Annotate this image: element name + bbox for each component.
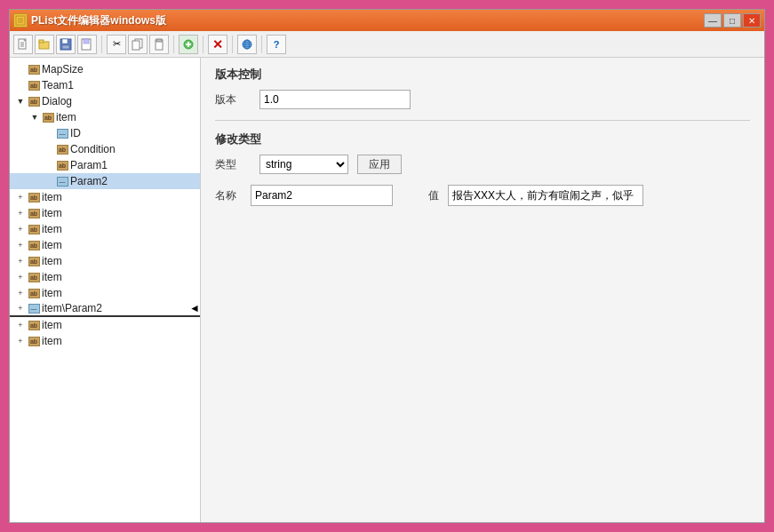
tree-node-item1[interactable]: + ab item (10, 189, 200, 205)
help-button[interactable]: ? (267, 35, 286, 54)
expand-item5[interactable]: + (13, 254, 28, 268)
label-item8: item (42, 319, 62, 331)
label-condition: Condition (70, 143, 116, 155)
tree-panel: ab MapSize ab Team1 ▼ ab Dialog ▼ ab ite… (10, 58, 201, 522)
label-item7: item (42, 287, 62, 299)
icon-item7: ab (28, 287, 40, 299)
svg-rect-15 (84, 39, 89, 44)
tree-node-item-param2[interactable]: + — item\Param2 ◄ (10, 301, 200, 317)
delete-button[interactable]: ✕ (208, 35, 227, 54)
apply-button[interactable]: 应用 (357, 155, 402, 174)
globe-button[interactable] (237, 35, 257, 54)
cut-button[interactable]: ✂ (107, 35, 126, 54)
svg-rect-10 (39, 40, 44, 43)
tree-node-item6[interactable]: + ab item (10, 269, 200, 285)
minimize-button[interactable]: — (704, 13, 722, 28)
saveas-button[interactable] (77, 35, 97, 54)
expand-condition (42, 142, 56, 156)
expand-dialog[interactable]: ▼ (13, 94, 28, 108)
name-label: 名称 (215, 188, 242, 203)
main-content: ab MapSize ab Team1 ▼ ab Dialog ▼ ab ite… (10, 58, 764, 522)
name-input[interactable] (251, 185, 393, 206)
add-button[interactable] (179, 35, 198, 54)
expand-item3[interactable]: + (13, 222, 28, 236)
icon-item5: ab (28, 255, 40, 267)
separator-4 (232, 36, 233, 53)
icon-team1: ab (28, 79, 40, 91)
tree-node-mapsize[interactable]: ab MapSize (10, 61, 200, 77)
close-button[interactable]: ✕ (743, 13, 761, 28)
label-param2: Param2 (70, 175, 108, 187)
tree-node-item5[interactable]: + ab item (10, 253, 200, 269)
label-item4: item (42, 239, 62, 251)
icon-item8: ab (28, 319, 40, 331)
icon-item1: ab (28, 191, 40, 203)
toolbar: ✂ ✕ (10, 31, 764, 58)
tree-node-team1[interactable]: ab Team1 (10, 77, 200, 93)
svg-rect-19 (156, 39, 162, 42)
type-label: 类型 (215, 157, 251, 172)
expand-item8[interactable]: + (13, 318, 28, 332)
label-mapsize: MapSize (42, 63, 84, 75)
label-team1: Team1 (42, 79, 74, 91)
tree-node-item2[interactable]: + ab item (10, 205, 200, 221)
window-controls: — □ ✕ (704, 13, 761, 28)
open-button[interactable] (35, 35, 54, 54)
label-item-root: item (56, 111, 76, 123)
type-section-title: 修改类型 (215, 131, 750, 147)
label-param1: Param1 (70, 159, 108, 171)
label-dialog: Dialog (42, 95, 72, 107)
app-icon (13, 13, 28, 28)
label-item1: item (42, 191, 62, 203)
tree-node-id[interactable]: — ID (10, 125, 200, 141)
version-input[interactable] (259, 90, 411, 109)
tree-node-item9[interactable]: + ab item (10, 333, 200, 349)
label-item9: item (42, 335, 62, 347)
tree-node-item7[interactable]: + ab item (10, 285, 200, 301)
expand-item9[interactable]: + (13, 334, 28, 348)
expand-item-root[interactable]: ▼ (28, 110, 42, 124)
tree-node-item4[interactable]: + ab item (10, 237, 200, 253)
expand-item2[interactable]: + (13, 206, 28, 220)
copy-button[interactable] (128, 35, 148, 54)
expand-item6[interactable]: + (13, 270, 28, 284)
tree-node-param1[interactable]: ab Param1 (10, 157, 200, 173)
name-value-row: 名称 值 (215, 185, 750, 206)
type-select[interactable]: string integer boolean array dict data d… (259, 155, 348, 174)
svg-rect-13 (62, 45, 69, 49)
icon-item6: ab (28, 271, 40, 283)
expand-mapsize (13, 62, 28, 76)
tree-node-condition[interactable]: ab Condition (10, 141, 200, 157)
tree-node-item8[interactable]: + ab item (10, 317, 200, 333)
new-button[interactable] (13, 35, 33, 54)
expand-item4[interactable]: + (13, 238, 28, 252)
expand-item7[interactable]: + (13, 286, 28, 300)
tree-node-item3[interactable]: + ab item (10, 221, 200, 237)
right-panel: 版本控制 版本 修改类型 类型 string integer boolean a… (201, 58, 764, 522)
version-row: 版本 (215, 90, 750, 109)
expand-id (42, 126, 56, 140)
maximize-button[interactable]: □ (723, 13, 741, 28)
icon-condition: ab (56, 143, 68, 155)
value-input[interactable] (448, 185, 643, 206)
label-item6: item (42, 271, 62, 283)
tree-node-item-root[interactable]: ▼ ab item (10, 109, 200, 125)
tree-node-dialog[interactable]: ▼ ab Dialog (10, 93, 200, 109)
separator-5 (261, 36, 262, 53)
paste-button[interactable] (149, 35, 169, 54)
icon-item-param2: — (28, 302, 40, 314)
main-window: PList文件编辑器windows版 — □ ✕ (9, 9, 765, 523)
expand-param2 (42, 174, 56, 188)
expand-item1[interactable]: + (13, 190, 28, 204)
tree-node-param2[interactable]: — Param2 (10, 173, 200, 189)
icon-item3: ab (28, 223, 40, 235)
icon-item-root: ab (42, 111, 54, 123)
title-bar: PList文件编辑器windows版 — □ ✕ (10, 10, 764, 31)
expand-item-param2[interactable]: + (13, 301, 28, 315)
icon-item4: ab (28, 239, 40, 251)
save-button[interactable] (56, 35, 76, 54)
separator-2 (173, 36, 174, 53)
label-item-param2: item\Param2 (42, 302, 102, 314)
svg-rect-12 (62, 39, 68, 44)
separator-1 (101, 36, 102, 53)
